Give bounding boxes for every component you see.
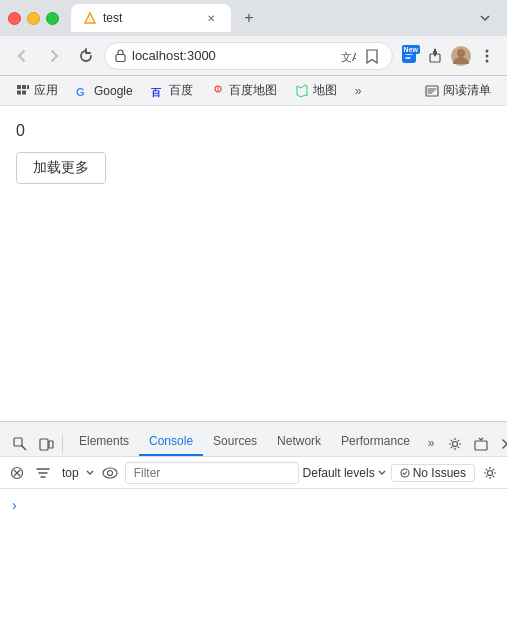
traffic-lights	[8, 12, 59, 25]
devtools-device-mode-icon[interactable]	[34, 432, 58, 456]
address-bar[interactable]: localhost:3000 文A	[104, 42, 393, 70]
svg-point-8	[486, 49, 489, 52]
console-eye-icon[interactable]	[99, 462, 121, 484]
svg-point-24	[452, 442, 457, 447]
svg-text:G: G	[76, 86, 85, 98]
browser-window: ! test ✕ + localhost:3000	[0, 0, 507, 631]
console-settings-button[interactable]	[479, 462, 501, 484]
extensions-puzzle-icon[interactable]	[423, 44, 447, 68]
svg-point-29	[401, 469, 409, 477]
reader-list-button[interactable]: 阅读清单	[417, 80, 499, 101]
console-context-selector[interactable]: top	[58, 465, 95, 481]
bookmarks-more-button[interactable]: »	[349, 82, 368, 100]
svg-rect-13	[27, 85, 29, 89]
svg-rect-23	[49, 441, 53, 448]
bookmark-apps[interactable]: 应用	[8, 80, 66, 101]
svg-point-10	[486, 59, 489, 62]
tab-close-button[interactable]: ✕	[203, 10, 219, 26]
chrome-menu-button[interactable]	[475, 44, 499, 68]
no-issues-text: No Issues	[413, 466, 466, 480]
console-levels-label: Default levels	[303, 466, 375, 480]
devtools-dock-button[interactable]	[469, 432, 493, 456]
load-more-button[interactable]: 加载更多	[16, 152, 106, 184]
tab-network[interactable]: Network	[267, 428, 331, 456]
svg-point-30	[488, 470, 493, 475]
console-context-label: top	[58, 465, 83, 481]
bookmark-google-label: Google	[94, 84, 133, 98]
svg-text:!: !	[89, 17, 90, 23]
svg-text:文A: 文A	[341, 51, 356, 63]
tab-title-text: test	[103, 11, 197, 25]
tab-favicon: !	[83, 11, 97, 25]
close-button[interactable]	[8, 12, 21, 25]
new-badge: New	[402, 45, 420, 54]
svg-rect-25	[475, 441, 487, 450]
svg-point-7	[457, 49, 465, 57]
minimize-button[interactable]	[27, 12, 40, 25]
page-body: 0 加载更多	[0, 106, 507, 421]
prompt-arrow-icon: ›	[12, 497, 17, 513]
devtools-panel: Elements Console Sources Network Perform…	[0, 421, 507, 631]
tab-menu-button[interactable]	[471, 4, 499, 32]
tab-elements[interactable]: Elements	[69, 428, 139, 456]
active-tab[interactable]: ! test ✕	[71, 4, 231, 32]
back-button[interactable]	[8, 42, 36, 70]
bookmark-baidu-map-label: 百度地图	[229, 82, 277, 99]
console-no-issues: No Issues	[391, 464, 475, 482]
console-filter-input[interactable]	[125, 462, 299, 484]
svg-rect-15	[22, 90, 26, 94]
console-content: ›	[0, 489, 507, 631]
devtools-inspect-element-icon[interactable]	[8, 432, 32, 456]
page-content: 0 加载更多 Elements Console S	[0, 106, 507, 631]
console-clear-button[interactable]	[6, 462, 28, 484]
devtools-tab-bar: Elements Console Sources Network Perform…	[0, 422, 507, 457]
new-tab-button[interactable]: +	[235, 4, 263, 32]
svg-text:百: 百	[151, 87, 162, 98]
svg-rect-2	[116, 55, 125, 62]
bookmark-map[interactable]: 地图	[287, 80, 345, 101]
bookmark-baidu-label: 百度	[169, 82, 193, 99]
title-bar: ! test ✕ +	[0, 0, 507, 36]
console-filter-toggle[interactable]	[32, 462, 54, 484]
tab-sources[interactable]: Sources	[203, 428, 267, 456]
svg-rect-21	[14, 438, 22, 446]
bookmark-baidu[interactable]: 百 百度	[143, 80, 201, 101]
svg-point-28	[107, 470, 112, 475]
devtools-tabs-list: Elements Console Sources Network Perform…	[69, 428, 443, 456]
console-levels-selector[interactable]: Default levels	[303, 466, 387, 480]
reader-list-label: 阅读清单	[443, 82, 491, 99]
devtools-close-button[interactable]	[495, 432, 508, 456]
extension-new-icon[interactable]: New	[397, 44, 421, 68]
svg-rect-11	[17, 85, 21, 89]
devtools-divider	[62, 435, 63, 453]
reload-button[interactable]	[72, 42, 100, 70]
console-toolbar: top Default levels No Issues	[0, 457, 507, 489]
bookmarks-bar: 应用 G Google 百 百度 百度地图 地图 » 阅读清单	[0, 76, 507, 106]
security-icon	[115, 49, 126, 63]
address-actions: 文A	[338, 46, 382, 66]
tab-console[interactable]: Console	[139, 428, 203, 456]
maximize-button[interactable]	[46, 12, 59, 25]
bookmark-apps-label: 应用	[34, 82, 58, 99]
forward-button[interactable]	[40, 42, 68, 70]
counter-display: 0	[16, 122, 491, 140]
devtools-more-tabs[interactable]: »	[420, 430, 443, 456]
tab-performance[interactable]: Performance	[331, 428, 420, 456]
translate-icon[interactable]: 文A	[338, 46, 358, 66]
tab-bar: ! test ✕ +	[71, 4, 499, 32]
bookmark-icon[interactable]	[362, 46, 382, 66]
devtools-action-buttons	[443, 432, 508, 456]
bookmark-google[interactable]: G Google	[68, 82, 141, 100]
svg-rect-12	[22, 85, 26, 89]
devtools-icon-buttons	[4, 432, 69, 456]
user-avatar[interactable]	[449, 44, 473, 68]
console-prompt-line: ›	[4, 493, 503, 517]
bookmark-baidu-map[interactable]: 百度地图	[203, 80, 285, 101]
svg-rect-14	[17, 90, 21, 94]
bookmark-map-label: 地图	[313, 82, 337, 99]
svg-marker-19	[297, 85, 307, 97]
devtools-settings-button[interactable]	[443, 432, 467, 456]
extension-icons: New	[397, 44, 499, 68]
nav-bar: localhost:3000 文A New	[0, 36, 507, 76]
svg-point-27	[103, 468, 117, 478]
